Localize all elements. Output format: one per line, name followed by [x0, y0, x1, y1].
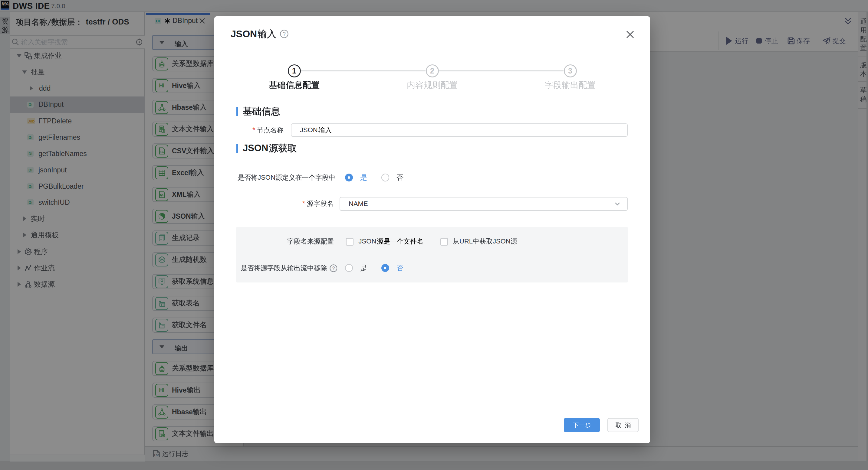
svg-text:?: ? — [283, 31, 286, 37]
svg-text:?: ? — [332, 265, 335, 271]
